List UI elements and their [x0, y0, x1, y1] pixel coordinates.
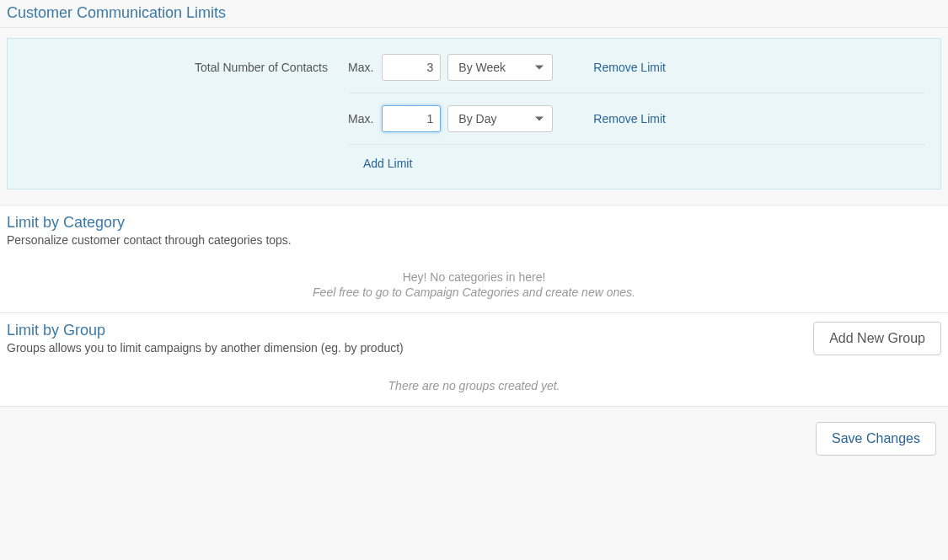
total-contacts-panel: Total Number of Contacts Max. By Week Re…: [7, 38, 941, 189]
category-description: Personalize customer contact through cat…: [7, 233, 941, 247]
limits-column: Max. By Week Remove Limit Max. By Day: [348, 54, 940, 170]
period-select-value: By Week: [458, 61, 506, 74]
page-title: Customer Communication Limits: [7, 4, 941, 22]
chevron-down-icon: [535, 66, 544, 70]
total-contacts-label: Total Number of Contacts: [8, 54, 348, 170]
max-label: Max.: [348, 112, 373, 125]
period-select-value: By Day: [458, 112, 496, 125]
limit-row: Max. By Day Remove Limit: [348, 93, 925, 145]
group-empty-state: There are no groups created yet.: [7, 379, 941, 392]
limit-row: Max. By Week Remove Limit: [348, 54, 925, 93]
group-title: Limit by Group: [7, 322, 404, 339]
page-header: Customer Communication Limits: [0, 0, 948, 28]
max-input[interactable]: [382, 54, 441, 81]
max-label: Max.: [348, 61, 373, 74]
save-changes-button[interactable]: Save Changes: [816, 422, 936, 456]
category-empty-line1: Hey! No categories in here!: [7, 270, 941, 284]
period-select[interactable]: By Week: [447, 54, 553, 81]
period-select[interactable]: By Day: [447, 105, 553, 132]
max-input[interactable]: [382, 105, 441, 132]
category-empty-state: Hey! No categories in here! Feel free to…: [7, 270, 941, 299]
remove-limit-link[interactable]: Remove Limit: [593, 112, 666, 125]
footer: Save Changes: [0, 407, 948, 457]
chevron-down-icon: [535, 117, 544, 121]
group-description: Groups allows you to limit campaigns by …: [7, 341, 404, 355]
category-empty-line2: Feel free to go to Campaign Categories a…: [7, 285, 941, 299]
add-new-group-button[interactable]: Add New Group: [813, 322, 941, 355]
limit-by-group-section: Limit by Group Groups allows you to limi…: [0, 312, 948, 407]
limit-by-category-section: Limit by Category Personalize customer c…: [0, 205, 948, 313]
add-limit-link[interactable]: Add Limit: [363, 157, 412, 170]
category-title: Limit by Category: [7, 214, 941, 232]
remove-limit-link[interactable]: Remove Limit: [593, 61, 666, 74]
